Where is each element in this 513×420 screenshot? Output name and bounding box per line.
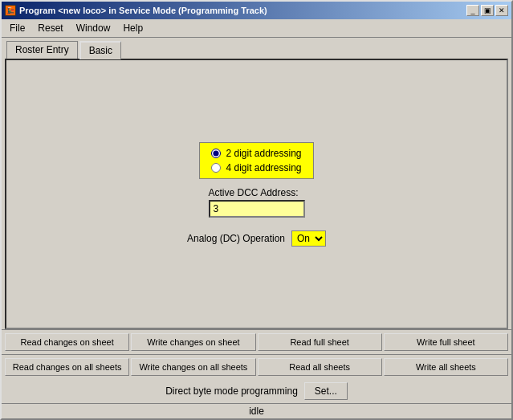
analog-row: Analog (DC) Operation On Off bbox=[187, 230, 326, 247]
dcc-address-input[interactable] bbox=[209, 200, 305, 218]
addressing-group: 2 digit addressing 4 digit addressing bbox=[199, 142, 313, 179]
menu-reset[interactable]: Reset bbox=[33, 21, 67, 35]
read-changes-sheet-button[interactable]: Read changes on sheet bbox=[5, 333, 129, 351]
content-area: 2 digit addressing 4 digit addressing Ac… bbox=[5, 59, 508, 329]
write-all-sheets-button[interactable]: Write all sheets bbox=[384, 358, 508, 376]
title-bar-left: 🚂 Program <new loco> in Service Mode (Pr… bbox=[5, 5, 267, 16]
inner-content: 2 digit addressing 4 digit addressing Ac… bbox=[187, 142, 326, 247]
title-bar: 🚂 Program <new loco> in Service Mode (Pr… bbox=[2, 2, 511, 19]
tab-basic[interactable]: Basic bbox=[79, 41, 121, 59]
tabs-bar: Roster Entry Basic bbox=[2, 38, 511, 59]
analog-label: Analog (DC) Operation bbox=[187, 233, 285, 244]
status-text: idle bbox=[249, 406, 264, 417]
main-window: 🚂 Program <new loco> in Service Mode (Pr… bbox=[0, 0, 513, 420]
button-row-2: Read changes on all sheets Write changes… bbox=[2, 354, 511, 379]
write-full-sheet-button[interactable]: Write full sheet bbox=[384, 333, 508, 351]
dcc-address-label: Active DCC Address: bbox=[209, 187, 305, 198]
direct-byte-label: Direct byte mode programming bbox=[165, 385, 298, 397]
direct-byte-row: Direct byte mode programming Set... bbox=[2, 379, 511, 403]
read-full-sheet-button[interactable]: Read full sheet bbox=[258, 333, 382, 351]
set-button[interactable]: Set... bbox=[304, 382, 348, 400]
app-icon: 🚂 bbox=[5, 5, 16, 16]
status-bar: idle bbox=[2, 403, 511, 418]
window-title: Program <new loco> in Service Mode (Prog… bbox=[19, 6, 267, 15]
analog-select[interactable]: On Off bbox=[291, 230, 326, 247]
minimize-button[interactable]: _ bbox=[466, 5, 479, 16]
menu-window[interactable]: Window bbox=[71, 21, 116, 35]
menu-file[interactable]: File bbox=[5, 21, 30, 35]
dcc-address-group: Active DCC Address: bbox=[209, 187, 305, 218]
read-changes-all-sheets-button[interactable]: Read changes on all sheets bbox=[5, 358, 129, 376]
close-button[interactable]: ✕ bbox=[495, 5, 508, 16]
tab-roster-entry[interactable]: Roster Entry bbox=[6, 41, 78, 59]
menu-help[interactable]: Help bbox=[118, 21, 148, 35]
radio-2digit[interactable] bbox=[211, 149, 221, 158]
radio-4digit-label[interactable]: 4 digit addressing bbox=[211, 162, 301, 173]
button-row-1: Read changes on sheet Write changes on s… bbox=[2, 329, 511, 354]
read-all-sheets-button[interactable]: Read all sheets bbox=[258, 358, 382, 376]
write-changes-sheet-button[interactable]: Write changes on sheet bbox=[131, 333, 255, 351]
maximize-button[interactable]: ▣ bbox=[481, 5, 494, 16]
title-buttons: _ ▣ ✕ bbox=[466, 5, 508, 16]
menu-bar: File Reset Window Help bbox=[2, 19, 511, 38]
radio-2digit-text: 2 digit addressing bbox=[226, 148, 301, 159]
radio-2digit-label[interactable]: 2 digit addressing bbox=[211, 148, 301, 159]
radio-4digit[interactable] bbox=[211, 163, 221, 173]
write-changes-all-sheets-button[interactable]: Write changes on all sheets bbox=[131, 358, 255, 376]
radio-4digit-text: 4 digit addressing bbox=[226, 162, 301, 173]
